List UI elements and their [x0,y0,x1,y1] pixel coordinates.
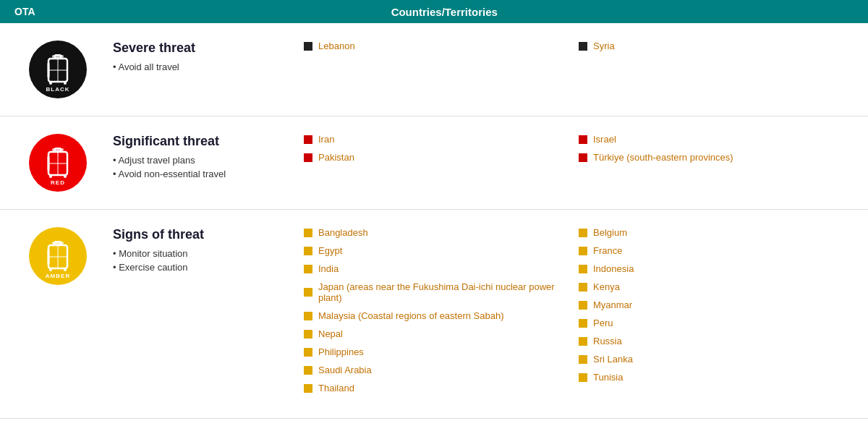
threat-icon-circle: RED [29,134,87,192]
country-item: Pakistan [304,152,579,163]
bullet-list: Monitor situationExercise caution [113,248,292,273]
country-item: Tunisia [579,372,854,383]
country-item: Japan (areas near the Fukushima Dai-ichi… [304,281,579,303]
country-item: Bangladesh [304,227,579,238]
country-item: Sri Lanka [579,354,854,365]
country-square [579,153,587,162]
country-item: Egypt [304,245,579,256]
country-square [579,247,587,255]
svg-point-5 [49,82,52,85]
country-name: France [593,245,622,256]
bullet-item: Monitor situation [113,248,292,259]
country-item: Nepal [304,328,579,339]
countries-right: Belgium France Indonesia Kenya Myanmar P… [579,227,854,401]
bullet-item: Exercise caution [113,262,292,273]
threat-title: Significant threat [113,134,292,149]
threat-section-significant: RED Significant threat Adjust travel pla… [0,116,868,210]
country-item: Thailand [304,383,579,393]
country-item: Belgium [579,227,854,238]
country-square [304,384,312,393]
countries-right: Israel Türkiye (south-eastern provinces) [579,134,854,170]
country-name: India [318,263,339,274]
country-name: Sri Lanka [593,354,633,365]
threat-icon-circle: BLACK [29,41,87,98]
country-name: Philippines [318,346,364,357]
icon-col: AMBER [14,227,101,285]
country-item: Türkiye (south-eastern provinces) [579,152,854,163]
country-name: Indonesia [593,263,634,274]
country-square [579,373,587,382]
page-title: Countries/Territories [35,6,854,18]
country-square [304,366,312,375]
info-col: Significant threat Adjust travel plansAv… [101,134,304,182]
country-name: Pakistan [318,152,354,163]
country-square [304,135,312,144]
bullet-list: Avoid all travel [113,61,292,72]
icon-label: AMBER [46,273,70,279]
country-name: Malaysia (Coastal regions of eastern Sab… [318,310,504,321]
country-name: Russia [593,336,622,346]
country-name: Japan (areas near the Fukushima Dai-ichi… [318,281,579,303]
threat-title: Severe threat [113,41,292,56]
countries-col: Bangladesh Egypt India Japan (areas near… [304,227,854,401]
country-name: Nepal [318,328,343,339]
country-name: Belgium [593,227,627,238]
svg-point-21 [49,268,52,271]
country-item: Russia [579,336,854,346]
country-name: Syria [593,41,615,51]
icon-label: BLACK [46,86,70,93]
country-square [579,319,587,328]
header: OTA Countries/Territories [0,0,868,23]
country-item: Philippines [304,346,579,357]
icon-col: RED [14,134,101,192]
country-item: Lebanon [304,41,579,51]
country-item: Saudi Arabia [304,365,579,375]
country-name: Türkiye (south-eastern provinces) [593,152,733,163]
country-item: India [304,263,579,274]
country-square [304,288,312,297]
country-name: Bangladesh [318,227,368,238]
country-name: Kenya [593,281,620,292]
country-square [304,247,312,255]
country-item: Myanmar [579,299,854,310]
bullet-item: Avoid non-essential travel [113,169,292,179]
country-name: Israel [593,134,616,145]
countries-left: Lebanon [304,41,579,59]
country-name: Myanmar [593,299,632,310]
countries-left: Bangladesh Egypt India Japan (areas near… [304,227,579,401]
country-item: Iran [304,134,579,145]
threat-title: Signs of threat [113,227,292,242]
country-square [304,312,312,320]
country-name: Egypt [318,245,342,256]
country-square [579,355,587,364]
country-square [579,265,587,273]
country-square [579,337,587,346]
country-name: Lebanon [318,41,355,51]
svg-point-6 [64,82,67,85]
icon-col: BLACK [14,41,101,98]
country-square [579,283,587,292]
ota-label: OTA [14,6,35,17]
svg-point-14 [64,175,67,178]
country-square [579,42,587,51]
countries-left: Iran Pakistan [304,134,579,170]
country-item: Malaysia (Coastal regions of eastern Sab… [304,310,579,321]
country-square [304,153,312,162]
countries-col: Iran Pakistan Israel Türkiye (south-east… [304,134,854,170]
country-square [304,330,312,339]
country-square [304,229,312,237]
country-item: Israel [579,134,854,145]
threat-section-severe: BLACK Severe threat Avoid all travel Leb… [0,23,868,116]
icon-label: RED [51,179,65,186]
country-square [579,135,587,144]
svg-point-22 [64,268,67,271]
country-item: Peru [579,318,854,328]
country-square [304,348,312,357]
country-item: Kenya [579,281,854,292]
threat-icon-circle: AMBER [29,227,87,285]
countries-right: Syria [579,41,854,59]
country-item: Indonesia [579,263,854,274]
threat-section-signs: AMBER Signs of threat Monitor situationE… [0,210,868,419]
country-item: France [579,245,854,256]
bullet-item: Avoid all travel [113,61,292,72]
